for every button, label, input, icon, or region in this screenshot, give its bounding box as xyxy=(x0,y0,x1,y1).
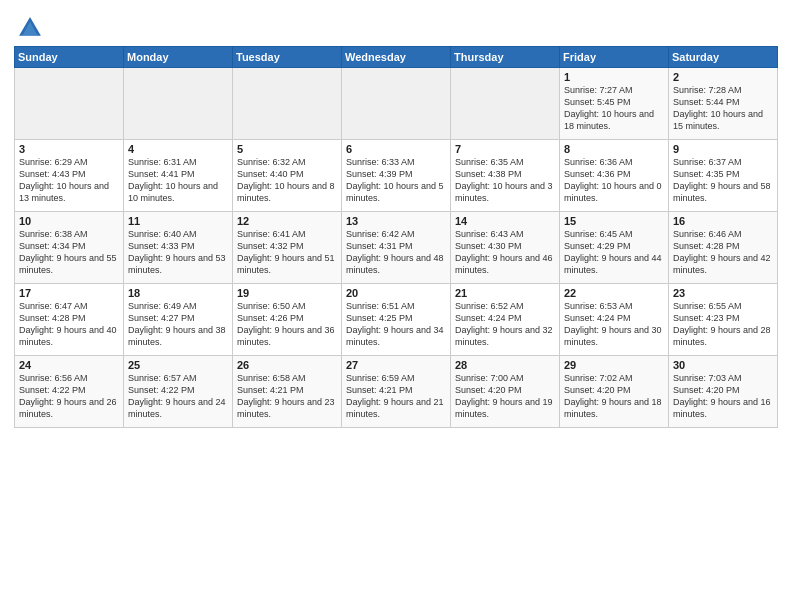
day-info: Sunrise: 6:31 AM Sunset: 4:41 PM Dayligh… xyxy=(128,156,228,205)
day-number: 18 xyxy=(128,287,228,299)
day-cell: 15Sunrise: 6:45 AM Sunset: 4:29 PM Dayli… xyxy=(560,212,669,284)
day-info: Sunrise: 6:35 AM Sunset: 4:38 PM Dayligh… xyxy=(455,156,555,205)
col-header-friday: Friday xyxy=(560,47,669,68)
day-cell xyxy=(342,68,451,140)
day-info: Sunrise: 6:59 AM Sunset: 4:21 PM Dayligh… xyxy=(346,372,446,421)
day-number: 16 xyxy=(673,215,773,227)
day-cell: 28Sunrise: 7:00 AM Sunset: 4:20 PM Dayli… xyxy=(451,356,560,428)
day-info: Sunrise: 6:33 AM Sunset: 4:39 PM Dayligh… xyxy=(346,156,446,205)
day-info: Sunrise: 7:02 AM Sunset: 4:20 PM Dayligh… xyxy=(564,372,664,421)
day-info: Sunrise: 7:03 AM Sunset: 4:20 PM Dayligh… xyxy=(673,372,773,421)
day-number: 26 xyxy=(237,359,337,371)
day-number: 24 xyxy=(19,359,119,371)
day-cell xyxy=(233,68,342,140)
day-info: Sunrise: 7:00 AM Sunset: 4:20 PM Dayligh… xyxy=(455,372,555,421)
day-cell: 10Sunrise: 6:38 AM Sunset: 4:34 PM Dayli… xyxy=(15,212,124,284)
day-cell: 6Sunrise: 6:33 AM Sunset: 4:39 PM Daylig… xyxy=(342,140,451,212)
day-info: Sunrise: 6:29 AM Sunset: 4:43 PM Dayligh… xyxy=(19,156,119,205)
day-number: 14 xyxy=(455,215,555,227)
day-number: 30 xyxy=(673,359,773,371)
day-info: Sunrise: 6:32 AM Sunset: 4:40 PM Dayligh… xyxy=(237,156,337,205)
day-number: 10 xyxy=(19,215,119,227)
col-header-monday: Monday xyxy=(124,47,233,68)
day-cell: 14Sunrise: 6:43 AM Sunset: 4:30 PM Dayli… xyxy=(451,212,560,284)
day-info: Sunrise: 6:45 AM Sunset: 4:29 PM Dayligh… xyxy=(564,228,664,277)
day-info: Sunrise: 6:42 AM Sunset: 4:31 PM Dayligh… xyxy=(346,228,446,277)
day-cell: 23Sunrise: 6:55 AM Sunset: 4:23 PM Dayli… xyxy=(669,284,778,356)
day-number: 23 xyxy=(673,287,773,299)
day-cell: 3Sunrise: 6:29 AM Sunset: 4:43 PM Daylig… xyxy=(15,140,124,212)
day-cell: 2Sunrise: 7:28 AM Sunset: 5:44 PM Daylig… xyxy=(669,68,778,140)
day-number: 6 xyxy=(346,143,446,155)
day-info: Sunrise: 6:51 AM Sunset: 4:25 PM Dayligh… xyxy=(346,300,446,349)
day-cell: 17Sunrise: 6:47 AM Sunset: 4:28 PM Dayli… xyxy=(15,284,124,356)
day-number: 17 xyxy=(19,287,119,299)
day-cell: 11Sunrise: 6:40 AM Sunset: 4:33 PM Dayli… xyxy=(124,212,233,284)
day-number: 11 xyxy=(128,215,228,227)
day-cell: 1Sunrise: 7:27 AM Sunset: 5:45 PM Daylig… xyxy=(560,68,669,140)
day-info: Sunrise: 6:58 AM Sunset: 4:21 PM Dayligh… xyxy=(237,372,337,421)
day-info: Sunrise: 6:37 AM Sunset: 4:35 PM Dayligh… xyxy=(673,156,773,205)
col-header-saturday: Saturday xyxy=(669,47,778,68)
day-cell: 19Sunrise: 6:50 AM Sunset: 4:26 PM Dayli… xyxy=(233,284,342,356)
day-cell: 22Sunrise: 6:53 AM Sunset: 4:24 PM Dayli… xyxy=(560,284,669,356)
day-info: Sunrise: 6:43 AM Sunset: 4:30 PM Dayligh… xyxy=(455,228,555,277)
day-info: Sunrise: 6:41 AM Sunset: 4:32 PM Dayligh… xyxy=(237,228,337,277)
day-cell: 7Sunrise: 6:35 AM Sunset: 4:38 PM Daylig… xyxy=(451,140,560,212)
day-number: 5 xyxy=(237,143,337,155)
week-row-4: 17Sunrise: 6:47 AM Sunset: 4:28 PM Dayli… xyxy=(15,284,778,356)
week-row-5: 24Sunrise: 6:56 AM Sunset: 4:22 PM Dayli… xyxy=(15,356,778,428)
day-number: 28 xyxy=(455,359,555,371)
day-info: Sunrise: 6:36 AM Sunset: 4:36 PM Dayligh… xyxy=(564,156,664,205)
day-cell: 9Sunrise: 6:37 AM Sunset: 4:35 PM Daylig… xyxy=(669,140,778,212)
day-cell: 16Sunrise: 6:46 AM Sunset: 4:28 PM Dayli… xyxy=(669,212,778,284)
day-number: 1 xyxy=(564,71,664,83)
day-number: 9 xyxy=(673,143,773,155)
day-number: 29 xyxy=(564,359,664,371)
day-info: Sunrise: 6:40 AM Sunset: 4:33 PM Dayligh… xyxy=(128,228,228,277)
day-cell: 27Sunrise: 6:59 AM Sunset: 4:21 PM Dayli… xyxy=(342,356,451,428)
day-info: Sunrise: 6:50 AM Sunset: 4:26 PM Dayligh… xyxy=(237,300,337,349)
day-cell: 18Sunrise: 6:49 AM Sunset: 4:27 PM Dayli… xyxy=(124,284,233,356)
day-number: 13 xyxy=(346,215,446,227)
day-cell: 24Sunrise: 6:56 AM Sunset: 4:22 PM Dayli… xyxy=(15,356,124,428)
col-header-thursday: Thursday xyxy=(451,47,560,68)
day-cell: 21Sunrise: 6:52 AM Sunset: 4:24 PM Dayli… xyxy=(451,284,560,356)
day-info: Sunrise: 6:55 AM Sunset: 4:23 PM Dayligh… xyxy=(673,300,773,349)
day-info: Sunrise: 6:57 AM Sunset: 4:22 PM Dayligh… xyxy=(128,372,228,421)
day-info: Sunrise: 6:46 AM Sunset: 4:28 PM Dayligh… xyxy=(673,228,773,277)
col-header-wednesday: Wednesday xyxy=(342,47,451,68)
day-number: 19 xyxy=(237,287,337,299)
week-row-2: 3Sunrise: 6:29 AM Sunset: 4:43 PM Daylig… xyxy=(15,140,778,212)
week-row-1: 1Sunrise: 7:27 AM Sunset: 5:45 PM Daylig… xyxy=(15,68,778,140)
day-info: Sunrise: 6:52 AM Sunset: 4:24 PM Dayligh… xyxy=(455,300,555,349)
day-cell xyxy=(15,68,124,140)
header xyxy=(14,10,778,42)
week-row-3: 10Sunrise: 6:38 AM Sunset: 4:34 PM Dayli… xyxy=(15,212,778,284)
day-number: 8 xyxy=(564,143,664,155)
day-cell: 5Sunrise: 6:32 AM Sunset: 4:40 PM Daylig… xyxy=(233,140,342,212)
day-cell: 12Sunrise: 6:41 AM Sunset: 4:32 PM Dayli… xyxy=(233,212,342,284)
day-number: 22 xyxy=(564,287,664,299)
calendar-table: SundayMondayTuesdayWednesdayThursdayFrid… xyxy=(14,46,778,428)
day-info: Sunrise: 7:28 AM Sunset: 5:44 PM Dayligh… xyxy=(673,84,773,133)
day-cell: 30Sunrise: 7:03 AM Sunset: 4:20 PM Dayli… xyxy=(669,356,778,428)
day-number: 15 xyxy=(564,215,664,227)
day-cell: 26Sunrise: 6:58 AM Sunset: 4:21 PM Dayli… xyxy=(233,356,342,428)
day-cell xyxy=(451,68,560,140)
day-cell xyxy=(124,68,233,140)
day-info: Sunrise: 6:53 AM Sunset: 4:24 PM Dayligh… xyxy=(564,300,664,349)
day-cell: 8Sunrise: 6:36 AM Sunset: 4:36 PM Daylig… xyxy=(560,140,669,212)
day-info: Sunrise: 6:47 AM Sunset: 4:28 PM Dayligh… xyxy=(19,300,119,349)
day-info: Sunrise: 6:38 AM Sunset: 4:34 PM Dayligh… xyxy=(19,228,119,277)
logo-icon xyxy=(16,14,44,42)
day-info: Sunrise: 6:49 AM Sunset: 4:27 PM Dayligh… xyxy=(128,300,228,349)
day-number: 3 xyxy=(19,143,119,155)
day-cell: 29Sunrise: 7:02 AM Sunset: 4:20 PM Dayli… xyxy=(560,356,669,428)
header-row: SundayMondayTuesdayWednesdayThursdayFrid… xyxy=(15,47,778,68)
day-cell: 13Sunrise: 6:42 AM Sunset: 4:31 PM Dayli… xyxy=(342,212,451,284)
day-info: Sunrise: 6:56 AM Sunset: 4:22 PM Dayligh… xyxy=(19,372,119,421)
day-number: 2 xyxy=(673,71,773,83)
day-cell: 4Sunrise: 6:31 AM Sunset: 4:41 PM Daylig… xyxy=(124,140,233,212)
day-info: Sunrise: 7:27 AM Sunset: 5:45 PM Dayligh… xyxy=(564,84,664,133)
